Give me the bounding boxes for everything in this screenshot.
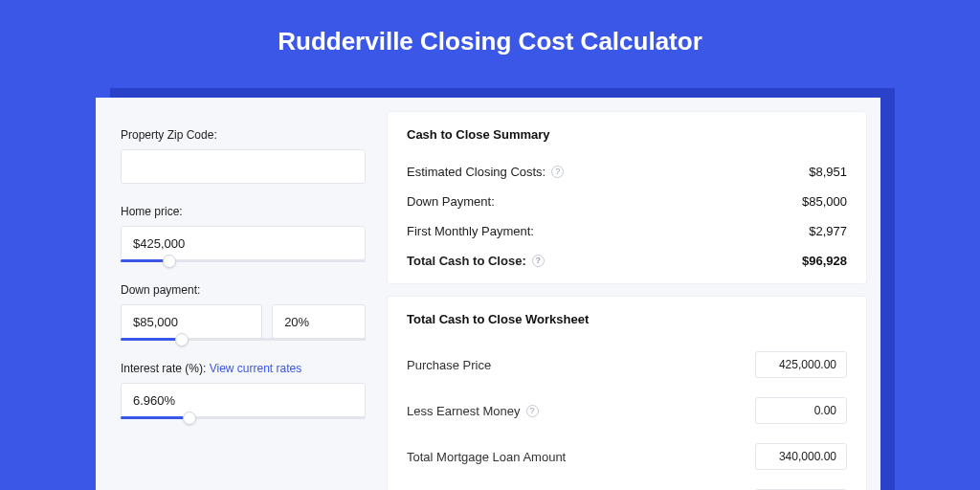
interest-slider-thumb[interactable] <box>183 412 196 425</box>
summary-panel: Cash to Close Summary Estimated Closing … <box>387 111 867 284</box>
down-payment-slider-thumb[interactable] <box>175 333 189 346</box>
interest-label-text: Interest rate (%): <box>121 362 206 375</box>
results-column: Cash to Close Summary Estimated Closing … <box>387 111 867 490</box>
worksheet-title: Total Cash to Close Worksheet <box>407 312 847 326</box>
zip-label: Property Zip Code: <box>121 128 366 142</box>
interest-slider-fill <box>121 416 189 419</box>
worksheet-row-label: Less Earnest Money <box>407 404 521 418</box>
home-price-slider-thumb[interactable] <box>163 255 176 268</box>
summary-row: Total Cash to Close:?$96,928 <box>407 246 847 276</box>
home-price-input[interactable]: $425,000 <box>121 226 366 260</box>
down-payment-input[interactable]: $85,000 <box>121 304 262 339</box>
worksheet-row-value[interactable]: 425,000.00 <box>755 351 847 378</box>
home-price-field-group: Home price: $425,000 <box>121 205 366 262</box>
summary-row: Down Payment:$85,000 <box>407 187 847 216</box>
interest-field-group: Interest rate (%): View current rates 6.… <box>121 362 366 419</box>
page-title: Rudderville Closing Cost Calculator <box>0 0 980 78</box>
summary-row-value: $85,000 <box>802 194 847 209</box>
worksheet-row: Total Mortgage Loan Amount340,000.00 <box>407 434 847 479</box>
home-price-label: Home price: <box>121 205 366 218</box>
summary-row-value: $8,951 <box>809 165 847 179</box>
summary-row-label: Estimated Closing Costs: <box>407 165 546 179</box>
worksheet-row: Less Earnest Money?0.00 <box>407 388 847 434</box>
down-payment-pct-input[interactable]: 20% <box>272 304 366 339</box>
summary-row-label: First Monthly Payment: <box>407 224 534 238</box>
worksheet-row-value[interactable]: 0.00 <box>755 397 847 424</box>
summary-row-value: $2,977 <box>809 224 847 238</box>
interest-label: Interest rate (%): View current rates <box>121 362 366 375</box>
worksheet-row: Total Second Mortgage Amount?0.00 <box>407 479 847 490</box>
interest-input[interactable]: 6.960% <box>121 383 366 417</box>
down-payment-field-group: Down payment: $85,000 20% <box>121 283 366 341</box>
help-icon[interactable]: ? <box>551 166 564 178</box>
down-payment-label: Down payment: <box>121 283 366 297</box>
inputs-column: Property Zip Code: Home price: $425,000 … <box>109 111 377 490</box>
down-payment-slider-fill <box>121 338 182 341</box>
summary-row-label: Total Cash to Close: <box>407 254 526 268</box>
summary-row: First Monthly Payment:$2,977 <box>407 216 847 246</box>
help-icon[interactable]: ? <box>532 255 545 267</box>
summary-row: Estimated Closing Costs:?$8,951 <box>407 157 847 187</box>
interest-slider[interactable] <box>121 416 366 419</box>
down-payment-slider[interactable] <box>121 338 366 341</box>
worksheet-row: Purchase Price425,000.00 <box>407 342 847 388</box>
home-price-slider[interactable] <box>121 259 366 262</box>
calculator-card: Property Zip Code: Home price: $425,000 … <box>96 98 880 490</box>
worksheet-row-label: Purchase Price <box>407 358 491 372</box>
view-rates-link[interactable]: View current rates <box>210 362 302 375</box>
worksheet-row-value[interactable]: 340,000.00 <box>755 443 847 470</box>
summary-title: Cash to Close Summary <box>407 127 847 142</box>
summary-row-label: Down Payment: <box>407 194 495 209</box>
summary-row-value: $96,928 <box>802 254 847 268</box>
help-icon[interactable]: ? <box>526 405 539 417</box>
worksheet-panel: Total Cash to Close Worksheet Purchase P… <box>387 296 867 490</box>
zip-input[interactable] <box>121 149 366 184</box>
worksheet-row-label: Total Mortgage Loan Amount <box>407 450 566 464</box>
zip-field-group: Property Zip Code: <box>121 128 366 184</box>
